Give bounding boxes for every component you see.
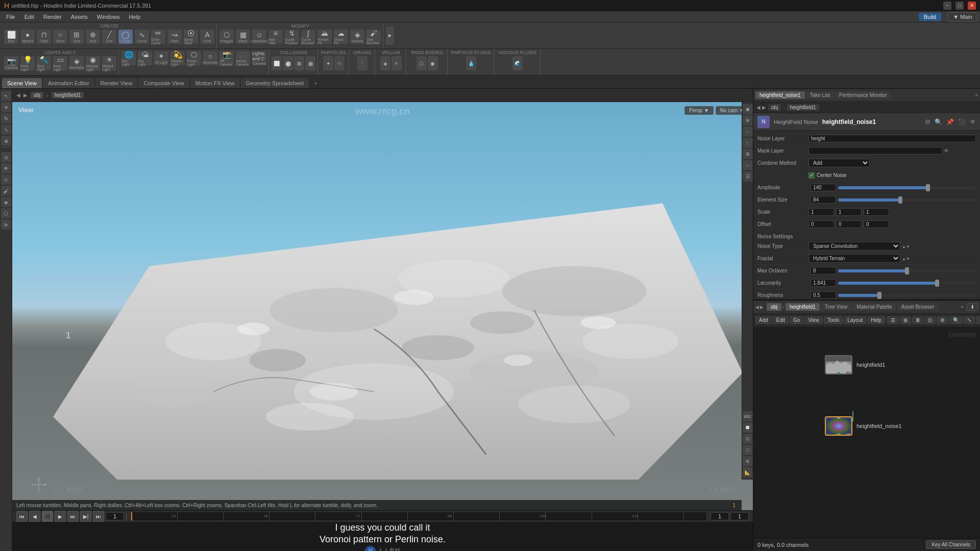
ng-table-view[interactable]: ☰: [887, 316, 899, 324]
persp-dropdown[interactable]: Persp ▼: [684, 106, 714, 115]
vr-tool-12[interactable]: ⊕: [743, 456, 753, 466]
vr-tool-5[interactable]: ⊞: [743, 149, 753, 159]
guide-process-tool[interactable]: ↯Guide Process: [285, 30, 299, 44]
node-output-dot-1[interactable]: [837, 372, 841, 374]
camera-tool[interactable]: 📷Camera: [4, 56, 18, 70]
offset-x-input[interactable]: [808, 220, 834, 228]
volume-light-tool[interactable]: ◉Volume Light: [86, 56, 100, 70]
scale-x-input[interactable]: [808, 208, 834, 216]
torus-tool[interactable]: ○Torus: [53, 30, 67, 44]
ng-zoom-in[interactable]: +: [976, 316, 980, 324]
cloud-fx-tool[interactable]: ☁Cloud FX: [334, 30, 348, 44]
tab-render-view[interactable]: Render View: [95, 78, 138, 88]
scale-tool[interactable]: ⤡: [1, 124, 11, 135]
ng-tab-heightfield[interactable]: heightfield1: [786, 303, 820, 311]
params-tab-take-list[interactable]: Take List: [806, 91, 834, 99]
g-tool-1[interactable]: ⋮: [357, 56, 368, 70]
vr-camera-tool[interactable]: 📸VR Camera: [219, 51, 234, 65]
amplitude-input[interactable]: [811, 184, 836, 191]
combine-method-select[interactable]: Add Replace Subtract: [808, 159, 870, 167]
center-noise-checkbox[interactable]: ✓: [808, 172, 815, 179]
grid-tool[interactable]: ⊞Grid: [69, 30, 84, 44]
params-pin-icon[interactable]: 📌: [946, 118, 954, 126]
ng-view-button[interactable]: View: [804, 316, 823, 324]
ng-right-arrow[interactable]: ▶: [760, 305, 764, 310]
pf-tool-1[interactable]: 💧: [466, 56, 476, 70]
ng-left-arrow[interactable]: ◀: [755, 305, 759, 310]
area-light-tool[interactable]: ▭Area Light: [53, 56, 67, 70]
path-tool[interactable]: ↝Path: [167, 30, 182, 44]
point-light-tool[interactable]: 💡Point Light: [20, 56, 35, 70]
max-octaves-input[interactable]: [811, 267, 836, 274]
breadcrumb-heightfield1[interactable]: heightfield1: [52, 92, 84, 98]
box-tool[interactable]: ⬜Box: [4, 30, 18, 44]
mask-layer-input[interactable]: [808, 147, 942, 155]
transform-tool[interactable]: ⊕: [1, 136, 11, 146]
tab-motion-fx[interactable]: Motion FX View: [190, 78, 240, 88]
menu-windows[interactable]: Windows: [93, 13, 124, 21]
graph-node-heightfield1[interactable]: 🔒 heightfield1: [825, 355, 885, 374]
col-tool-1[interactable]: ⬜: [272, 56, 282, 70]
noise-layer-input[interactable]: [808, 135, 976, 142]
menu-render[interactable]: Render: [39, 13, 66, 21]
main-dropdown[interactable]: ▼ Main: [947, 12, 978, 21]
hair-utils-tool[interactable]: ≡Hair Utils: [268, 30, 283, 44]
ng-add-tab[interactable]: +: [961, 304, 964, 310]
go-end-button[interactable]: ⏭: [93, 511, 104, 522]
r-tool-1[interactable]: ⬡: [416, 56, 427, 70]
element-size-input[interactable]: [811, 196, 836, 204]
menu-edit[interactable]: Edit: [20, 13, 38, 21]
spot-light-tool[interactable]: 🔦Spot Light: [37, 56, 51, 70]
params-search-icon[interactable]: 🔍: [935, 118, 942, 126]
maximize-button[interactable]: □: [955, 2, 964, 10]
v-tool-1[interactable]: ◈: [380, 56, 390, 70]
roughness-slider[interactable]: [838, 294, 976, 297]
graph-node-heightfield-noise1[interactable]: 🔒 heightfield_noise1: [825, 416, 902, 436]
prev-frame-button[interactable]: ◀: [29, 511, 40, 522]
frame-start-input[interactable]: 1: [710, 512, 729, 520]
terrain-fx-tool[interactable]: ⛰Terrain FX: [317, 30, 332, 44]
vr-tool-8[interactable]: abc: [743, 411, 753, 421]
tube-tool[interactable]: ⊓Tube: [37, 30, 51, 44]
curve-tool[interactable]: ∿Curve: [135, 30, 149, 44]
build-button[interactable]: Build: [919, 13, 941, 21]
offset-y-input[interactable]: [836, 220, 862, 228]
portal-light-tool[interactable]: ⬡Portal Light: [187, 51, 201, 65]
max-octaves-slider[interactable]: [838, 269, 976, 272]
params-expand-icon[interactable]: ⬛: [958, 118, 966, 126]
ng-edit-button[interactable]: Edit: [773, 316, 789, 324]
menu-help[interactable]: Help: [125, 13, 144, 21]
nodegraph-view[interactable]: Geometry 🔒: [753, 327, 980, 538]
gi-light-tool[interactable]: ✦Gl Light: [154, 51, 168, 65]
polygon-tool[interactable]: ⬡Polygon: [219, 30, 234, 44]
scale-y-input[interactable]: [836, 208, 862, 216]
ng-zoom-fit[interactable]: ⤡: [964, 316, 975, 324]
pose-tool[interactable]: ☺: [1, 174, 11, 185]
go-start-button[interactable]: ⏮: [16, 511, 28, 522]
line-tool[interactable]: ╱Line: [102, 30, 116, 44]
ng-collapse-button[interactable]: ⬇: [967, 303, 978, 311]
node-output-dot-2[interactable]: [837, 433, 841, 436]
params-tab-noise[interactable]: heightfield_noise1: [755, 91, 805, 99]
vr-tool-2[interactable]: ⊕: [743, 115, 753, 126]
offset-z-input[interactable]: [864, 220, 889, 228]
vr-tool-6[interactable]: ○: [743, 160, 753, 170]
env-light-tool[interactable]: 🌐Env Light: [121, 51, 136, 65]
col-tool-4[interactable]: ▦: [305, 56, 315, 70]
scale-z-input[interactable]: [864, 208, 889, 216]
element-size-slider[interactable]: [838, 198, 976, 202]
handle-tool[interactable]: ⊙: [1, 152, 11, 162]
translate-tool[interactable]: ✛: [1, 102, 11, 112]
ng-tab-obj[interactable]: obj: [767, 303, 781, 311]
amplitude-slider[interactable]: [838, 186, 976, 189]
ng-search-icon[interactable]: 🔍: [949, 316, 963, 324]
dop-tool[interactable]: ⬡: [1, 208, 11, 218]
minimize-button[interactable]: −: [943, 2, 951, 10]
drive-tool[interactable]: ⊳: [1, 219, 11, 230]
volume-tool[interactable]: ◈Volume: [350, 30, 364, 44]
draw-curve-tool[interactable]: ✏Draw Curve: [151, 30, 165, 44]
view-tool[interactable]: 👁: [1, 163, 11, 173]
add-tab-button[interactable]: +: [310, 78, 321, 88]
playhead[interactable]: [131, 512, 132, 520]
roughness-input[interactable]: [811, 291, 836, 299]
